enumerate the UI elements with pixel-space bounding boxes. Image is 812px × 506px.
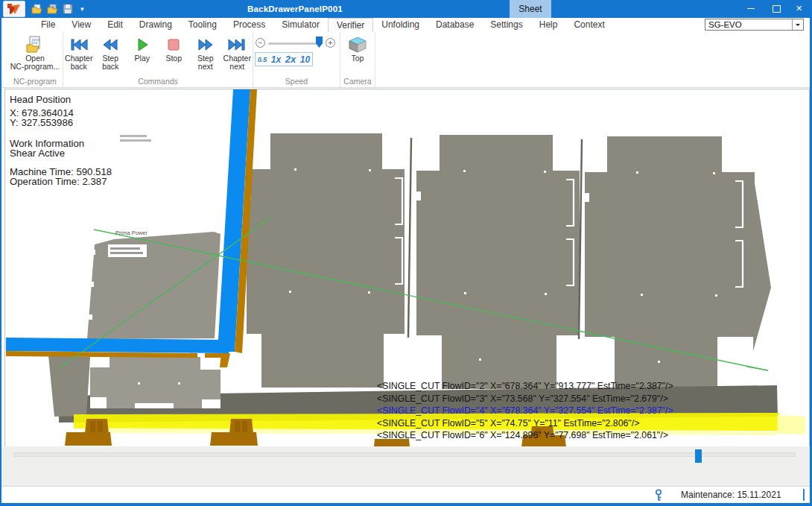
maintenance-icon	[653, 489, 664, 502]
step-next-button[interactable]: Step next	[190, 32, 221, 71]
ribbon-tab-verifier[interactable]: Verifier	[328, 18, 373, 33]
step-back-button[interactable]: Step back	[95, 32, 127, 71]
open-program-icon[interactable]	[31, 4, 42, 14]
status-bar: Maintenance: 15.11.2021	[1, 486, 810, 504]
application-window: ▾ BackDrawerPanelP001 Sheet ✕ FileViewEd…	[0, 0, 812, 506]
chapter-next-icon	[227, 37, 247, 52]
speed-preset-10[interactable]: 10	[300, 54, 310, 65]
machine-selector-value: SG-EVO	[708, 20, 742, 29]
qat-customize-caret-icon[interactable]: ▾	[80, 3, 84, 15]
ribbon-tab-tooling[interactable]: Tooling	[180, 18, 225, 32]
step-next-icon	[197, 37, 215, 52]
nc-code-line[interactable]: <SINGLE_CUT FlowID="5" X="74.75" Y="11" …	[377, 418, 639, 428]
group-label-commands: Commands	[63, 77, 253, 87]
chapter-back-icon	[69, 37, 89, 52]
ribbon-tab-context[interactable]: Context	[565, 18, 612, 32]
speed-preset-1x[interactable]: 1x	[271, 54, 281, 65]
group-label-nc-program: NC-program	[7, 77, 63, 87]
operation-time: Operation Time: 2.387	[10, 176, 107, 187]
watermark-marks	[120, 135, 151, 142]
nc-code-line[interactable]: <SINGLE_CUT FlowID="6" X="124.896" Y="77…	[377, 430, 668, 440]
work-information-status: Shear Active	[10, 148, 65, 159]
chapter-next-button[interactable]: Chapter next	[222, 32, 253, 71]
close-button[interactable]: ✕	[788, 0, 810, 17]
chapter-back-button[interactable]: Chapter back	[63, 32, 95, 71]
ribbon-tab-process[interactable]: Process	[225, 18, 273, 32]
ribbon-tab-settings[interactable]: Settings	[482, 18, 530, 32]
watermark-text: Prima Power	[115, 230, 148, 236]
ribbon-group-nc-program: 1010 010 Open NC-program... NC-program	[7, 32, 63, 87]
ribbon-tab-file[interactable]: File	[33, 18, 63, 32]
quick-access-toolbar: ▾	[31, 3, 84, 15]
step-back-icon	[101, 37, 119, 52]
nc-program-file-icon: 1010 010	[26, 36, 44, 54]
play-button[interactable]: Play	[127, 32, 158, 63]
speed-slider-thumb[interactable]	[316, 37, 323, 48]
cut-piece-lower	[90, 357, 221, 408]
head-position-title: Head Position	[10, 94, 71, 105]
group-label-camera: Camera	[340, 77, 375, 87]
ribbon-tab-help[interactable]: Help	[531, 18, 566, 32]
camera-top-button[interactable]: Top	[342, 32, 374, 63]
speed-slider-track[interactable]	[268, 42, 322, 45]
speed-decrease-button[interactable]: −	[256, 38, 265, 48]
minimize-button[interactable]	[740, 0, 761, 17]
machine-selector[interactable]: SG-EVO	[705, 19, 804, 31]
ribbon-tab-simulator[interactable]: Simulator	[273, 18, 328, 32]
stop-button[interactable]: Stop	[159, 32, 190, 63]
ribbon-group-camera: Top Camera	[340, 32, 375, 87]
ribbon-tab-edit[interactable]: Edit	[99, 18, 131, 32]
svg-text:010: 010	[31, 41, 37, 45]
ribbon-tab-view[interactable]: View	[63, 18, 99, 32]
maintenance-date: Maintenance: 15.11.2021	[681, 490, 781, 500]
title-bar: ▾ BackDrawerPanelP001 Sheet ✕	[1, 0, 810, 18]
minimize-icon	[747, 8, 755, 9]
status-divider	[803, 489, 805, 501]
ribbon-group-speed: − + 0.51x2x10 Speed	[253, 32, 340, 87]
ribbon-tab-database[interactable]: Database	[428, 18, 482, 32]
timeline-track[interactable]	[13, 452, 796, 457]
open-nc-program-button[interactable]: 1010 010 Open NC-program...	[7, 32, 63, 71]
ribbon-tab-drawing[interactable]: Drawing	[131, 18, 180, 32]
timeline-thumb[interactable]	[695, 449, 702, 463]
sheet-panels	[247, 133, 771, 390]
speed-increase-button[interactable]: +	[326, 38, 335, 48]
machine-selector-dropdown-icon[interactable]	[792, 19, 803, 30]
ribbon-group-commands: Chapter back Step back	[63, 32, 253, 87]
group-label-speed: Speed	[253, 77, 340, 87]
ribbon-tab-bar: FileViewEditDrawingToolingProcessSimulat…	[1, 18, 810, 32]
head-position-y: Y: 327.553986	[10, 117, 73, 128]
maximize-button[interactable]	[766, 0, 787, 17]
simulation-viewport[interactable]: Head Position X: 678.364014 Y: 327.55398…	[4, 89, 810, 447]
speed-preset-0.5[interactable]: 0.5	[258, 56, 267, 63]
close-icon: ✕	[796, 4, 802, 13]
speed-preset-2x[interactable]: 2x	[285, 54, 296, 65]
window-title: BackDrawerPanelP001	[247, 0, 343, 18]
app-logo-icon	[6, 2, 22, 16]
sheet-lower-left	[48, 355, 90, 417]
part-label-box	[108, 244, 147, 257]
speed-preset-box: 0.51x2x10	[255, 52, 313, 66]
nc-code-line[interactable]: <SINGLE_CUT FlowID="3" X="73.568" Y="327…	[377, 393, 668, 404]
stop-icon	[166, 37, 181, 52]
ribbon: 1010 010 Open NC-program... NC-program	[1, 32, 810, 88]
open-recent-icon[interactable]	[47, 4, 58, 14]
context-tab-sheet[interactable]: Sheet	[510, 0, 551, 18]
cut-piece-upper	[87, 232, 221, 339]
save-icon[interactable]	[63, 4, 73, 14]
app-menu-button[interactable]	[3, 1, 25, 17]
window-bottom-border	[1, 503, 810, 506]
play-icon	[135, 37, 150, 52]
camera-cube-icon	[348, 37, 367, 53]
nc-code-line[interactable]: <SINGLE_CUT FlowID="2" X="678.364" Y="91…	[377, 381, 673, 391]
simulation-timeline	[1, 446, 810, 486]
nc-code-line[interactable]: <SINGLE_CUT FlowID="4" X="678.364" Y="32…	[377, 405, 673, 416]
ribbon-tab-unfolding[interactable]: Unfolding	[373, 18, 428, 32]
maximize-icon	[773, 5, 781, 13]
